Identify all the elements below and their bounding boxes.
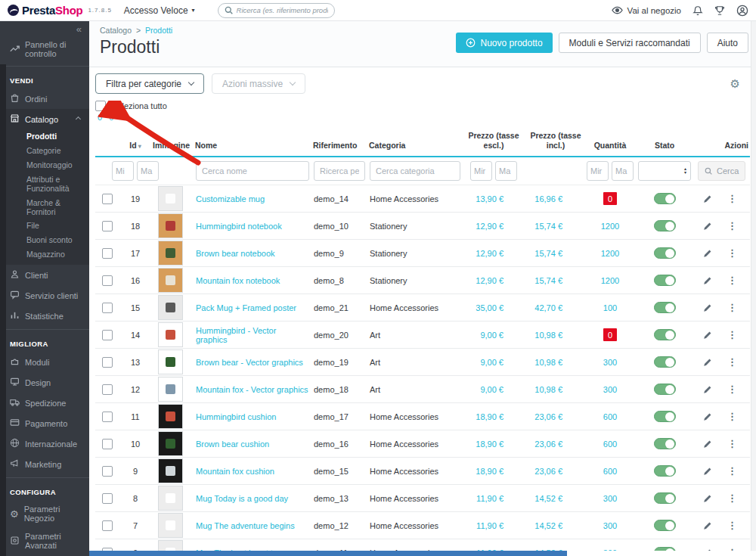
kebab-menu-icon[interactable]: ⋮ — [727, 438, 737, 449]
notifications-bell-icon[interactable] — [692, 5, 703, 16]
sidebar-item-dashboard[interactable]: Pannello di controllo — [0, 36, 89, 63]
filter-price-min-input[interactable] — [470, 161, 492, 181]
status-toggle[interactable] — [654, 220, 676, 231]
status-toggle[interactable] — [654, 492, 676, 504]
product-thumbnail[interactable] — [158, 431, 183, 456]
row-checkbox[interactable] — [102, 330, 113, 340]
select-all-checkbox[interactable] — [95, 101, 106, 111]
filter-price-max-input[interactable] — [495, 161, 517, 181]
row-checkbox[interactable] — [102, 520, 113, 531]
row-checkbox[interactable] — [102, 194, 113, 204]
sidebar-subitem[interactable]: Buoni sconto — [26, 233, 89, 247]
breadcrumb-parent[interactable]: Catalogo — [100, 26, 132, 35]
status-toggle[interactable] — [654, 329, 676, 340]
sidebar-item-parametri-negozio[interactable]: ⚙ Parametri Negozio — [0, 500, 89, 527]
sidebar-item-catalogo[interactable]: Catalogo — [0, 109, 89, 129]
sidebar-collapse-icon[interactable]: « — [0, 21, 89, 36]
trophy-icon[interactable] — [714, 5, 725, 16]
status-toggle[interactable] — [654, 302, 676, 313]
product-thumbnail[interactable] — [158, 349, 183, 374]
status-toggle[interactable] — [654, 356, 676, 368]
row-checkbox[interactable] — [102, 493, 113, 504]
filter-reference-input[interactable] — [314, 161, 365, 181]
product-name-link[interactable]: Hummingbird notebook — [196, 222, 282, 231]
col-header-price-excl[interactable]: Prezzo (tasse escl.) — [463, 128, 525, 157]
filter-by-category-button[interactable]: Filtra per categorie — [95, 73, 204, 94]
sidebar-subitem[interactable]: Categorie — [26, 144, 89, 158]
row-checkbox[interactable] — [102, 275, 113, 286]
filter-status-select[interactable]: ▴▾ — [638, 161, 691, 181]
edit-pencil-icon[interactable] — [702, 493, 713, 504]
row-checkbox[interactable] — [102, 439, 113, 449]
product-thumbnail[interactable] — [158, 186, 183, 211]
sidebar-item-marketing[interactable]: Marketing — [0, 454, 89, 474]
sidebar-subitem[interactable]: Magazzino — [26, 247, 89, 261]
filter-qty-min-input[interactable] — [587, 161, 609, 181]
kebab-menu-icon[interactable]: ⋮ — [727, 492, 737, 504]
edit-pencil-icon[interactable] — [702, 275, 713, 286]
sidebar-item-spedizione[interactable]: Spedizione — [0, 393, 89, 413]
product-name-link[interactable]: Brown bear - Vector graphics — [196, 358, 303, 367]
new-product-button[interactable]: Nuovo prodotto — [456, 33, 553, 53]
status-toggle[interactable] — [654, 465, 676, 477]
help-button[interactable]: Aiuto — [707, 33, 748, 53]
kebab-menu-icon[interactable]: ⋮ — [727, 329, 737, 340]
sidebar-item-clienti[interactable]: Clienti — [0, 265, 89, 285]
filter-qty-max-input[interactable] — [612, 161, 634, 181]
filter-name-input[interactable] — [196, 161, 309, 181]
edit-pencil-icon[interactable] — [702, 330, 713, 340]
col-header-quantity[interactable]: Quantità — [587, 128, 634, 157]
col-header-id[interactable]: Id▾ — [119, 128, 151, 157]
kebab-menu-icon[interactable]: ⋮ — [727, 247, 737, 259]
sidebar-subitem[interactable]: Monitoraggio — [26, 158, 89, 172]
product-thumbnail[interactable] — [158, 404, 183, 429]
kebab-menu-icon[interactable]: ⋮ — [727, 275, 737, 286]
product-thumbnail[interactable] — [158, 322, 183, 347]
status-toggle[interactable] — [654, 411, 676, 422]
status-toggle[interactable] — [654, 247, 676, 259]
row-checkbox[interactable] — [102, 357, 113, 368]
product-thumbnail[interactable] — [158, 486, 183, 511]
bulk-actions-button[interactable]: Azioni massive — [212, 73, 305, 94]
kebab-menu-icon[interactable]: ⋮ — [727, 220, 737, 231]
product-name-link[interactable]: Hummingbird cushion — [196, 412, 276, 421]
edit-pencil-icon[interactable] — [702, 221, 713, 231]
row-checkbox[interactable] — [102, 412, 113, 422]
edit-pencil-icon[interactable] — [702, 520, 713, 531]
col-header-price-incl[interactable]: Prezzo (tasse incl.) — [525, 128, 587, 157]
row-checkbox[interactable] — [102, 303, 113, 313]
sidebar-item-servizio-clienti[interactable]: Servizio clienti — [0, 285, 89, 306]
sidebar-item-design[interactable]: Design — [0, 372, 89, 393]
recommended-modules-button[interactable]: Moduli e Servizi raccomandati — [559, 33, 701, 53]
status-toggle[interactable] — [654, 384, 676, 395]
product-thumbnail[interactable] — [158, 377, 183, 402]
edit-pencil-icon[interactable] — [702, 412, 713, 422]
horizontal-scrollbar-thumb[interactable] — [89, 551, 567, 556]
account-avatar-icon[interactable] — [736, 5, 748, 17]
kebab-menu-icon[interactable]: ⋮ — [727, 384, 737, 395]
sidebar-subitem[interactable]: Attributi e Funzionalità — [26, 172, 89, 195]
product-name-link[interactable]: Mountain fox - Vector graphics — [196, 385, 308, 394]
product-name-link[interactable]: Brown bear cushion — [196, 440, 269, 449]
row-checkbox[interactable] — [102, 384, 113, 395]
search-input[interactable] — [237, 6, 328, 14]
product-thumbnail[interactable] — [158, 295, 183, 320]
edit-pencil-icon[interactable] — [702, 303, 713, 313]
row-checkbox[interactable] — [102, 248, 113, 259]
product-thumbnail[interactable] — [158, 268, 183, 293]
product-thumbnail[interactable] — [158, 513, 183, 538]
status-toggle[interactable] — [654, 193, 676, 204]
kebab-menu-icon[interactable]: ⋮ — [727, 356, 737, 368]
sidebar-subitem[interactable]: Prodotti — [26, 129, 89, 144]
quick-access-menu[interactable]: Accesso Veloce ▾ — [124, 5, 195, 16]
grid-settings-gear-icon[interactable]: ⚙ — [730, 77, 745, 91]
product-name-link[interactable]: Hummingbird - Vector graphics — [196, 326, 276, 344]
kebab-menu-icon[interactable]: ⋮ — [727, 520, 737, 531]
product-name-link[interactable]: Pack Mug + Framed poster — [196, 303, 296, 312]
col-header-reference[interactable]: Riferimento — [311, 128, 367, 157]
filter-id-min-input[interactable] — [112, 161, 134, 181]
edit-pencil-icon[interactable] — [702, 357, 713, 368]
prestashop-logo[interactable]: PrestaShop 1.7.8.5 — [8, 4, 112, 17]
status-toggle[interactable] — [654, 438, 676, 449]
col-header-status[interactable]: Stato — [634, 128, 696, 157]
